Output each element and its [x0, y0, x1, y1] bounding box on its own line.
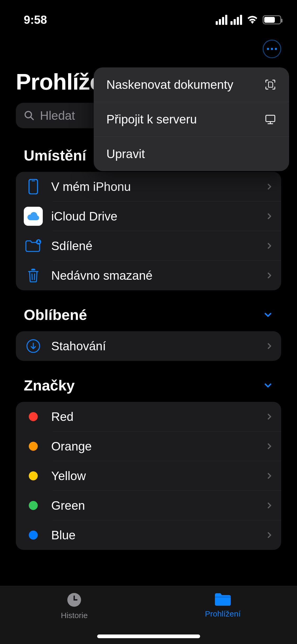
chevron-right-icon	[265, 500, 273, 511]
chevron-right-icon	[265, 341, 273, 351]
list-item-label: Orange	[51, 439, 257, 453]
chevron-right-icon	[265, 411, 273, 422]
favorites-section: Oblíbené Stahování	[0, 298, 297, 369]
menu-edit[interactable]: Upravit	[94, 136, 289, 171]
tab-label: Prohlížení	[205, 609, 241, 618]
location-shared[interactable]: Sdílené	[16, 231, 281, 261]
tab-label: Historie	[61, 611, 88, 620]
list-item-label: Sdílené	[51, 239, 257, 253]
tags-section: Značky Red Orange Yellow Green	[0, 369, 297, 558]
svg-point-5	[38, 240, 39, 242]
favorites-title: Oblíbené	[24, 306, 87, 323]
tag-dot-icon	[29, 501, 38, 510]
status-bar: 9:58	[0, 0, 297, 34]
folder-icon	[213, 591, 232, 607]
menu-item-label: Upravit	[106, 147, 145, 161]
clock-icon	[66, 591, 83, 608]
more-menu: Naskenovat dokumenty Připojit k serveru …	[94, 67, 289, 171]
chevron-down-icon	[263, 380, 273, 391]
tags-title: Značky	[24, 377, 75, 394]
chevron-right-icon	[265, 241, 273, 251]
search-icon	[24, 110, 35, 121]
chevron-right-icon	[265, 471, 273, 481]
download-icon	[26, 339, 40, 353]
svg-line-1	[31, 117, 33, 119]
location-on-my-iphone[interactable]: V mém iPhonu	[16, 172, 281, 201]
tag-red[interactable]: Red	[16, 402, 281, 431]
svg-rect-7	[266, 115, 275, 122]
wifi-icon	[247, 14, 258, 25]
server-icon	[264, 113, 276, 125]
list-item-label: Yellow	[51, 469, 257, 483]
chevron-right-icon	[265, 181, 273, 192]
cellular-signal-secondary-icon	[230, 15, 242, 25]
location-icloud-drive[interactable]: iCloud Drive	[16, 201, 281, 231]
tag-green[interactable]: Green	[16, 491, 281, 520]
tab-bar: Historie Prohlížení	[0, 586, 297, 644]
menu-item-label: Naskenovat dokumenty	[106, 77, 233, 92]
chevron-right-icon	[265, 270, 273, 281]
cellular-signal-icon	[216, 15, 227, 25]
chevron-right-icon	[265, 530, 273, 540]
tag-dot-icon	[29, 412, 38, 421]
tag-orange[interactable]: Orange	[16, 431, 281, 461]
location-recently-deleted[interactable]: Nedávno smazané	[16, 261, 281, 290]
locations-title: Umístění	[24, 147, 86, 164]
status-icons	[216, 14, 281, 25]
menu-connect-to-server[interactable]: Připojit k serveru	[94, 102, 289, 136]
svg-rect-11	[215, 597, 231, 597]
more-button[interactable]	[263, 40, 281, 58]
menu-item-label: Připojit k serveru	[106, 112, 197, 126]
list-item-label: Red	[51, 410, 257, 424]
list-item-label: Stahování	[51, 339, 257, 353]
tags-header[interactable]: Značky	[16, 369, 281, 402]
chevron-right-icon	[265, 211, 273, 222]
list-item-label: Blue	[51, 528, 257, 542]
list-item-label: iCloud Drive	[51, 209, 257, 223]
chevron-right-icon	[265, 441, 273, 452]
favorite-downloads[interactable]: Stahování	[16, 331, 281, 361]
iphone-icon	[28, 179, 39, 194]
icloud-icon	[24, 207, 43, 226]
tag-blue[interactable]: Blue	[16, 520, 281, 550]
shared-folder-icon	[25, 239, 42, 252]
svg-rect-2	[29, 180, 37, 194]
list-item-label: Green	[51, 498, 257, 513]
home-indicator[interactable]	[97, 634, 200, 638]
status-time: 9:58	[24, 13, 47, 26]
trash-icon	[27, 268, 40, 283]
tag-dot-icon	[29, 531, 38, 540]
scan-icon	[264, 79, 276, 91]
favorites-header[interactable]: Oblíbené	[16, 298, 281, 331]
list-item-label: V mém iPhonu	[51, 180, 257, 194]
list-item-label: Nedávno smazané	[51, 268, 257, 283]
tag-yellow[interactable]: Yellow	[16, 461, 281, 491]
battery-icon	[263, 15, 281, 24]
tag-dot-icon	[29, 442, 38, 451]
tag-dot-icon	[29, 471, 38, 480]
menu-scan-documents[interactable]: Naskenovat dokumenty	[94, 67, 289, 102]
chevron-down-icon	[263, 310, 273, 320]
